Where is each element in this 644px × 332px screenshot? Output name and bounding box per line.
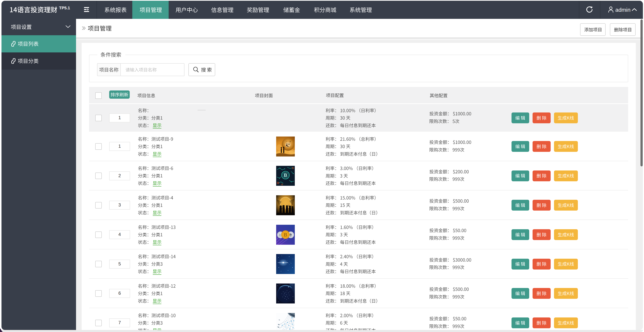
svg-text:B: B: [284, 173, 287, 178]
svg-text:B: B: [284, 232, 287, 238]
